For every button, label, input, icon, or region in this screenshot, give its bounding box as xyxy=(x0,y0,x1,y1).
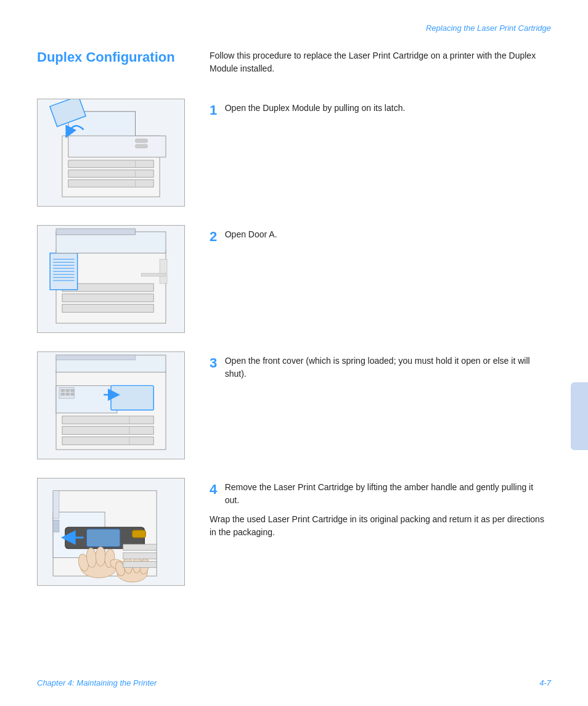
steps-area: 1 Open the Duplex Module by pulling on i… xyxy=(37,99,551,604)
intro-text: Follow this procedure to replace the Las… xyxy=(210,49,536,75)
svg-rect-15 xyxy=(62,305,153,313)
svg-rect-31 xyxy=(62,427,153,435)
svg-rect-65 xyxy=(123,561,157,567)
svg-rect-50 xyxy=(86,529,120,547)
svg-rect-39 xyxy=(66,393,70,395)
svg-rect-41 xyxy=(111,385,153,410)
step-4-subtext: Wrap the used Laser Print Cartridge in i… xyxy=(210,513,551,539)
step-1-content: 1 Open the Duplex Module by pulling on i… xyxy=(210,99,551,120)
step-3-text: Open the front cover (which is spring lo… xyxy=(225,355,545,380)
step-2-text: Open Door A. xyxy=(225,228,545,241)
step-3-image xyxy=(37,351,185,459)
step-2-image xyxy=(37,225,185,333)
svg-rect-51 xyxy=(133,530,146,538)
svg-rect-67 xyxy=(53,520,59,532)
svg-rect-1 xyxy=(68,160,153,168)
svg-rect-66 xyxy=(53,491,59,518)
side-tab xyxy=(571,382,588,450)
svg-rect-40 xyxy=(71,393,75,395)
svg-rect-63 xyxy=(123,544,157,551)
svg-rect-36 xyxy=(66,389,70,392)
step-3-content: 3 Open the front cover (which is spring … xyxy=(210,351,551,380)
svg-point-55 xyxy=(96,547,105,567)
svg-rect-43 xyxy=(56,355,136,360)
svg-rect-30 xyxy=(62,416,153,424)
svg-rect-32 xyxy=(62,437,153,445)
svg-rect-26 xyxy=(56,229,136,235)
svg-rect-37 xyxy=(71,389,75,392)
step-1-text: Open the Duplex Module by pulling on its… xyxy=(225,102,545,115)
page-footer: Chapter 4: Maintaining the Printer 4-7 xyxy=(37,678,551,688)
step-1-image xyxy=(37,99,185,207)
svg-rect-28 xyxy=(141,273,166,276)
footer-chapter: Chapter 4: Maintaining the Printer xyxy=(37,678,157,688)
svg-rect-27 xyxy=(160,259,167,284)
svg-rect-14 xyxy=(62,294,153,302)
step-2-content: 2 Open Door A. xyxy=(210,225,551,246)
header-link: Replacing the Laser Print Cartridge xyxy=(426,23,551,33)
svg-rect-9 xyxy=(68,136,166,157)
step-4-content: 4 Remove the Laser Print Cartridge by li… xyxy=(210,478,551,539)
svg-rect-38 xyxy=(61,393,65,395)
step-row-3: 3 Open the front cover (which is spring … xyxy=(37,351,551,459)
svg-rect-11 xyxy=(136,144,148,148)
step-4-text: Remove the Laser Print Cartridge by lift… xyxy=(225,481,545,507)
svg-rect-64 xyxy=(123,553,157,559)
step-3-number: 3 xyxy=(210,355,217,372)
svg-rect-3 xyxy=(68,179,153,187)
step-1-number: 1 xyxy=(210,102,217,120)
section-title: Duplex Configuration xyxy=(37,49,185,65)
header-link-text: Replacing the Laser Print Cartridge xyxy=(426,23,551,33)
svg-rect-35 xyxy=(61,389,65,392)
svg-rect-10 xyxy=(136,139,148,142)
footer-page: 4-7 xyxy=(539,678,551,688)
step-2-number: 2 xyxy=(210,228,217,246)
step-row-2: 2 Open Door A. xyxy=(37,225,551,333)
step-row-1: 1 Open the Duplex Module by pulling on i… xyxy=(37,99,551,207)
svg-rect-2 xyxy=(68,170,153,178)
step-4-image xyxy=(37,478,185,586)
step-4-number: 4 xyxy=(210,481,217,499)
page-container: Replacing the Laser Print Cartridge Dupl… xyxy=(0,0,588,706)
step-row-4: 4 Remove the Laser Print Cartridge by li… xyxy=(37,478,551,586)
